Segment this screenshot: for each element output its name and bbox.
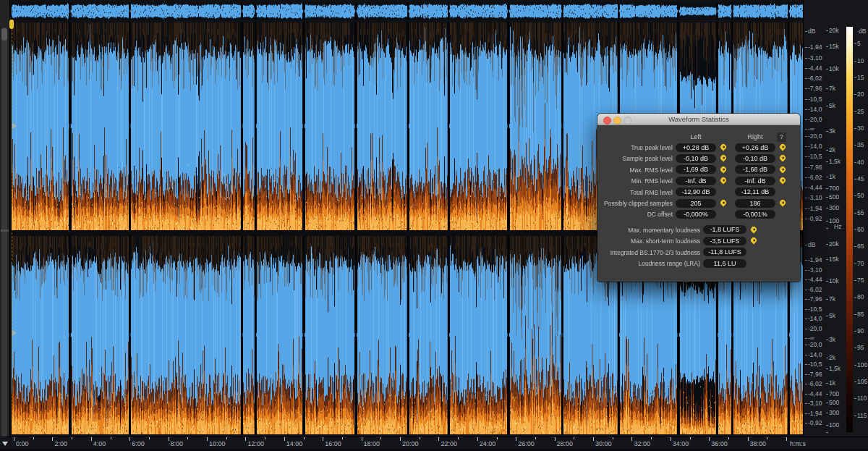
time-major-tick: [477, 437, 478, 441]
spectrogram-colormap-scale: dB51015202530354045505560657075808590951…: [853, 0, 868, 437]
locate-peak-pin-button[interactable]: [778, 143, 787, 153]
time-minor-tick: [33, 437, 34, 439]
freq-tick-label: 5k: [826, 102, 835, 109]
pin-icon: [749, 237, 757, 245]
locate-peak-pin-button[interactable]: [719, 154, 728, 164]
stat-value-right: +0,26 dB: [735, 143, 775, 152]
db-tick-label: -1,94: [805, 43, 822, 51]
colormap-tick-label: 85: [854, 311, 864, 318]
stat-label: Min. RMS level: [631, 177, 673, 185]
db-tick-label: -10,5: [805, 96, 822, 103]
colormap-unit-label: dB: [859, 28, 866, 35]
freq-tick-label: 500: [826, 193, 839, 201]
db-tick-label: -14,0: [805, 315, 822, 322]
pin-icon: [778, 154, 786, 162]
pin-icon: [719, 165, 727, 173]
db-tick-label: -6,02: [805, 380, 822, 387]
freq-tick-label: 15k: [826, 256, 839, 263]
freq-tick-label: 1k: [826, 379, 835, 387]
time-label: 32:00: [634, 440, 650, 447]
stat-label: Total RMS level: [630, 189, 673, 196]
amplitude-db-ruler[interactable]: dB-1,94-3,10-4,44-6,02-7,96-10,5-14,0-20…: [804, 0, 823, 437]
spectrogram-colormap-bar[interactable]: [846, 27, 853, 432]
freq-tick-label: 3k: [826, 127, 835, 135]
loudness-value: -1,8 LUFS: [703, 225, 746, 234]
freq-tick-label: 2k: [826, 146, 835, 153]
locate-peak-pin-button[interactable]: [749, 226, 758, 235]
db-tick-label: -4,44: [805, 276, 822, 283]
time-major-tick: [786, 437, 787, 441]
time-ruler-marker-icon[interactable]: [2, 442, 8, 446]
colormap-tick-label: 100: [854, 361, 867, 368]
stat-label: Max. RMS level: [629, 167, 673, 174]
locate-peak-pin-button[interactable]: [749, 237, 758, 246]
channel-right-select-arrow-icon[interactable]: [12, 330, 17, 336]
locate-peak-pin-button[interactable]: [778, 154, 787, 164]
channel-left-select-arrow-icon[interactable]: [12, 123, 17, 129]
locate-peak-pin-button[interactable]: [719, 166, 728, 175]
time-minor-tick: [342, 437, 343, 439]
colormap-tick-label: 45: [854, 175, 864, 182]
stats-row: Possibly clipped samples205186: [597, 198, 800, 209]
db-tick-label: -3,10: [805, 194, 822, 201]
colormap-tick-label: 30: [854, 125, 864, 132]
time-minor-tick: [111, 437, 111, 439]
db-tick-label: -7,96: [805, 85, 822, 92]
colormap-tick-label: 5: [854, 40, 861, 47]
time-minor-tick: [72, 437, 72, 439]
db-tick-label: -1,94: [805, 410, 822, 417]
colormap-tick-label: 60: [854, 226, 864, 233]
freq-tick-label: 20k: [826, 240, 839, 248]
colormap-tick-label: 15: [854, 74, 864, 81]
column-header-right: Right: [735, 133, 775, 140]
locate-peak-pin-button[interactable]: [778, 199, 787, 208]
db-tick-label: -20,0: [805, 341, 822, 348]
audio-editor-window: dB-1,94-3,10-4,44-6,02-7,96-10,5-14,0-20…: [0, 0, 868, 451]
dialog-title-bar[interactable]: Waveform Statistics: [597, 114, 800, 125]
time-minor-tick: [690, 437, 691, 439]
db-tick-label: -6,02: [805, 75, 822, 82]
time-major-tick: [169, 437, 169, 441]
db-tick-label: -10,5: [805, 153, 822, 160]
playhead-line: [12, 22, 12, 434]
time-ruler[interactable]: 0:002:004:006:008:0010:0012:0014:0016:00…: [0, 437, 868, 450]
freq-tick-label: 300: [826, 409, 839, 416]
pin-icon: [719, 154, 727, 162]
stat-value-right: -0,10 dB: [735, 154, 775, 163]
time-label: 22:00: [441, 440, 457, 447]
time-major-tick: [748, 437, 749, 441]
stat-label: DC offset: [647, 211, 673, 218]
time-major-tick: [671, 437, 671, 441]
stat-value-left: -1,69 dB: [676, 165, 716, 174]
vertical-scrollbar[interactable]: [0, 0, 10, 437]
locate-peak-pin-button[interactable]: [719, 199, 728, 208]
loudness-label: Integrated BS.1770-2/3 loudness: [610, 249, 700, 256]
locate-peak-pin-button[interactable]: [719, 177, 728, 186]
loudness-value: -11,8 LUFS: [703, 248, 746, 256]
stats-row: Max. RMS level-1,69 dB-1,68 dB: [597, 165, 800, 176]
help-button[interactable]: ?: [777, 132, 786, 142]
playhead-marker[interactable]: [9, 20, 14, 29]
locate-peak-pin-button[interactable]: [778, 166, 787, 175]
freq-tick-label: 700: [826, 185, 839, 192]
pin-icon: [778, 165, 786, 173]
pin-icon: [719, 143, 727, 151]
freq-tick-label: 15k: [826, 43, 839, 50]
colormap-tick-label: 70: [854, 260, 864, 267]
overview-waveform-canvas[interactable]: [10, 2, 803, 20]
stat-value-left: -0,000%: [676, 210, 716, 219]
colormap-tick-label: 10: [854, 57, 864, 64]
locate-peak-pin-button[interactable]: [719, 143, 728, 153]
locate-peak-pin-button[interactable]: [778, 177, 787, 186]
freq-tick-label: 500: [826, 399, 839, 406]
freq-tick-label: 3k: [826, 336, 835, 343]
pin-icon: [778, 177, 786, 185]
stats-row: Min. RMS level-Inf. dB-Inf. dB: [597, 176, 800, 187]
db-tick-label: -4,44: [805, 184, 822, 191]
vertical-scrollbar-thumb[interactable]: [1, 28, 7, 437]
colormap-tick-label: 80: [854, 293, 864, 300]
time-major-tick: [129, 437, 130, 441]
freq-tick-label: 700: [826, 390, 839, 397]
frequency-ruler[interactable]: 20k15k10k7k5k3k2k1,5k1k700500300100Hz20k…: [823, 0, 846, 437]
colormap-tick-label: 55: [854, 209, 864, 216]
